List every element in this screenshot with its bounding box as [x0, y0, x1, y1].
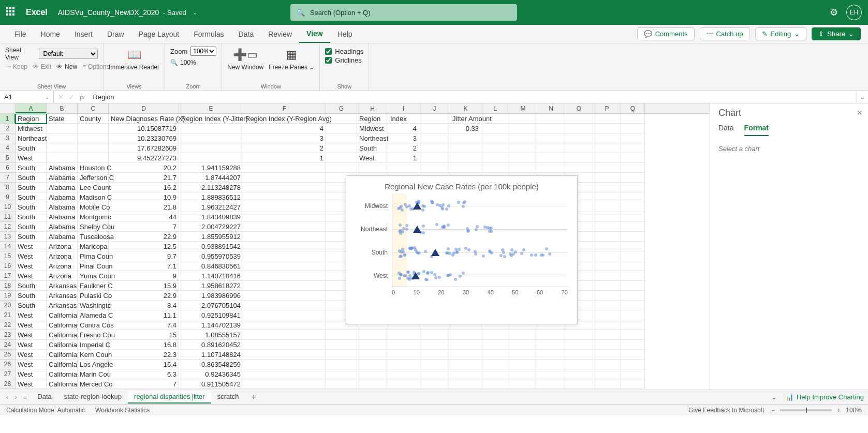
row-header[interactable]: 19	[0, 291, 16, 301]
cell[interactable]	[481, 350, 509, 360]
cell[interactable]: Alabama	[47, 192, 78, 202]
panel-tab-format[interactable]: Format	[744, 124, 769, 136]
cell[interactable]	[419, 350, 450, 360]
cell[interactable]	[243, 369, 326, 379]
cell[interactable]: Jefferson C	[78, 173, 109, 183]
cell[interactable]	[243, 320, 326, 330]
cell[interactable]	[565, 330, 593, 340]
cell[interactable]: 1.140710416	[179, 271, 243, 281]
feedback-link[interactable]: Give Feedback to Microsoft	[688, 407, 764, 414]
cell[interactable]: Faulkner C	[78, 281, 109, 291]
cell[interactable]	[450, 143, 481, 153]
col-header[interactable]: D	[109, 103, 179, 113]
cell[interactable]: 1	[243, 153, 326, 163]
cell[interactable]	[537, 379, 565, 389]
cell[interactable]: 1.889836512	[179, 192, 243, 202]
row-header[interactable]: 10	[0, 202, 16, 212]
cell[interactable]: Arizona	[47, 251, 78, 261]
row-header[interactable]: 8	[0, 183, 16, 192]
row-header[interactable]: 14	[0, 242, 16, 251]
cell[interactable]	[243, 330, 326, 340]
col-header[interactable]: P	[593, 103, 621, 113]
cell[interactable]	[481, 163, 509, 173]
row-header[interactable]: 5	[0, 153, 16, 163]
cell[interactable]	[357, 163, 388, 173]
sheet-nav-prev[interactable]: ‹	[4, 393, 10, 401]
cell[interactable]: Arkansas	[47, 301, 78, 310]
cell[interactable]	[621, 222, 645, 232]
cell[interactable]: 20.2	[109, 163, 179, 173]
cell[interactable]	[537, 340, 565, 350]
cell[interactable]: Region Index (Y-Jitter)	[179, 114, 243, 124]
sheet-tab[interactable]: scratch	[211, 391, 245, 404]
row-header[interactable]: 2	[0, 124, 16, 133]
cell[interactable]: California	[47, 310, 78, 320]
cell[interactable]	[621, 320, 645, 330]
share-button[interactable]: ⇪ Share ⌄	[812, 27, 861, 40]
cell[interactable]	[537, 350, 565, 360]
cell[interactable]	[509, 369, 537, 379]
cell[interactable]	[243, 350, 326, 360]
cell[interactable]: 17.67282609	[109, 143, 179, 153]
headings-checkbox[interactable]: Headings	[325, 48, 363, 55]
row-header[interactable]: 4	[0, 143, 16, 153]
cell[interactable]	[621, 212, 645, 222]
cell[interactable]: Los Angele	[78, 360, 109, 369]
zoom-slider[interactable]	[780, 409, 832, 411]
row-header[interactable]: 20	[0, 301, 16, 310]
cell[interactable]: 1.08555157	[179, 330, 243, 340]
cell[interactable]	[450, 369, 481, 379]
cell[interactable]: Northeast	[357, 133, 388, 143]
cell[interactable]	[537, 163, 565, 173]
cell[interactable]	[481, 379, 509, 389]
cell[interactable]	[388, 340, 419, 350]
cell[interactable]	[179, 124, 243, 133]
cell[interactable]	[565, 340, 593, 350]
cell[interactable]: 0.955970539	[179, 251, 243, 261]
cell[interactable]	[481, 114, 509, 124]
cell[interactable]	[78, 133, 109, 143]
cell[interactable]	[243, 212, 326, 222]
cell[interactable]	[593, 242, 621, 251]
cell[interactable]	[357, 369, 388, 379]
catchup-button[interactable]: 〰 Catch up	[700, 27, 750, 40]
cell[interactable]: West	[16, 261, 47, 271]
cell[interactable]	[621, 114, 645, 124]
cell[interactable]: Alabama	[47, 212, 78, 222]
cell[interactable]: 1.855955912	[179, 232, 243, 242]
row-header[interactable]: 27	[0, 369, 16, 379]
cell[interactable]	[593, 153, 621, 163]
cell[interactable]: Arizona	[47, 261, 78, 271]
tab-review[interactable]: Review	[261, 25, 299, 43]
tab-insert[interactable]: Insert	[67, 25, 100, 43]
cell[interactable]	[419, 163, 450, 173]
cell[interactable]	[450, 133, 481, 143]
cell[interactable]	[243, 360, 326, 369]
cell[interactable]: South	[16, 281, 47, 291]
cell[interactable]: Alabama	[47, 202, 78, 212]
cell[interactable]: California	[47, 340, 78, 350]
cell[interactable]	[78, 124, 109, 133]
cell[interactable]	[509, 133, 537, 143]
cell[interactable]: 2.076705104	[179, 301, 243, 310]
fx-icon[interactable]: fx	[80, 93, 84, 101]
cell[interactable]: 2.113248278	[179, 183, 243, 192]
gear-icon[interactable]: ⚙	[830, 7, 838, 18]
cell[interactable]	[326, 163, 357, 173]
cell[interactable]: Region Index (Y-Region Avg)	[243, 114, 326, 124]
cell[interactable]	[388, 360, 419, 369]
col-header[interactable]: B	[47, 103, 78, 113]
cell[interactable]	[593, 173, 621, 183]
col-header[interactable]: M	[509, 103, 537, 113]
cell[interactable]	[537, 330, 565, 340]
cell[interactable]	[593, 330, 621, 340]
cell[interactable]: West	[16, 369, 47, 379]
cell[interactable]: California	[47, 350, 78, 360]
cell[interactable]: Merced Co	[78, 379, 109, 389]
cell[interactable]	[419, 124, 450, 133]
cell[interactable]: 9.7	[109, 251, 179, 261]
row-header[interactable]: 25	[0, 350, 16, 360]
cell[interactable]: West	[16, 360, 47, 369]
cell[interactable]	[621, 330, 645, 340]
cell[interactable]	[243, 183, 326, 192]
